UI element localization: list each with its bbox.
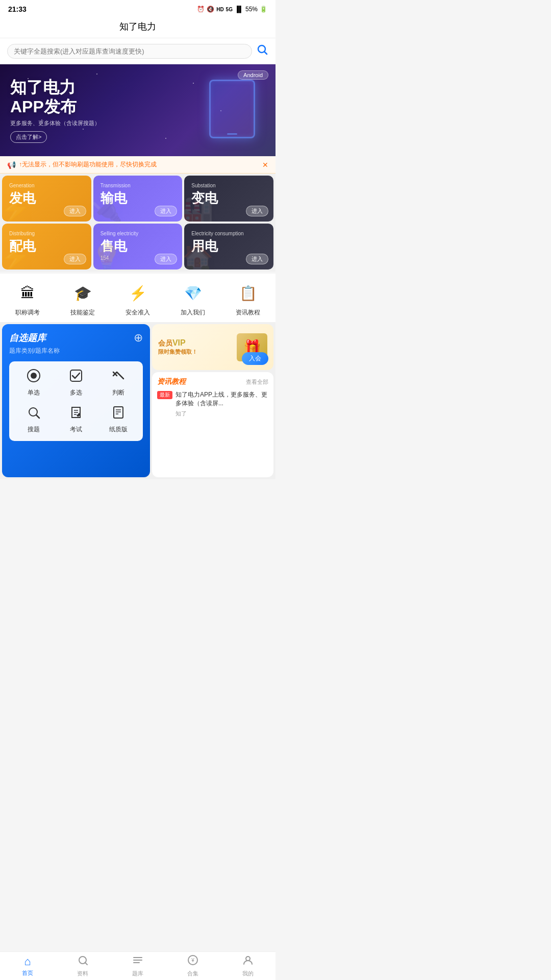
category-substation[interactable]: Substation 变电 🏭 进入: [184, 176, 273, 222]
safety-label: 安全准入: [126, 308, 150, 317]
notice-text: ↑无法显示，但不影响刷题功能使用，尽快切换完成: [19, 160, 259, 169]
icon-menu-news-tutorial[interactable]: 📋 资讯教程: [220, 281, 276, 317]
alarm-icon: ⏰: [197, 6, 205, 13]
single-choice-icon: [27, 369, 41, 386]
banner[interactable]: 知了电力 APP发布 更多服务、更多体验（含读屏搜题） 点击了解> Androi…: [0, 64, 276, 156]
signal-icon: ▐▌: [235, 6, 243, 13]
battery-icon: 🔋: [260, 6, 267, 13]
tablet-shape: [209, 80, 255, 138]
search-button[interactable]: [256, 43, 268, 59]
bank-item-single-choice[interactable]: 单选: [14, 369, 53, 397]
cat-enter-consumption[interactable]: 进入: [246, 254, 268, 264]
cat-enter-substation[interactable]: 进入: [246, 206, 268, 216]
notice-close-button[interactable]: ✕: [262, 161, 268, 169]
multi-choice-icon: [69, 369, 83, 386]
bank-item-exam[interactable]: 考试: [57, 405, 95, 434]
custom-bank-subtitle: 题库类别/题库名称: [9, 347, 143, 355]
status-bar: 21:33 ⏰ 🔇 HD 5G ▐▌ 55% 🔋: [0, 0, 276, 16]
search-input[interactable]: [14, 47, 245, 55]
icon-menu-row: 🏛 职称调考 🎓 技能鉴定 ⚡ 安全准入 💎 加入我们 📋 资讯教程: [0, 274, 276, 322]
cat-bg-icon-transmission: 🔌: [93, 194, 122, 222]
news-section-title: 资讯教程: [157, 377, 186, 386]
news-source: 知了: [176, 410, 268, 418]
safety-icon: ⚡: [126, 281, 150, 305]
custom-bank-plus-button[interactable]: ⊕: [134, 331, 143, 345]
skill-cert-label: 技能鉴定: [70, 308, 95, 317]
vip-card[interactable]: 会员VIP 限时集赞领取！ 🎁 入会: [152, 324, 273, 370]
judgment-label: 判断: [112, 388, 124, 397]
cat-enter-distributing[interactable]: 进入: [64, 254, 86, 264]
news-content: 知了电力APP上线，更多服务、更多体验（含读屏... 知了: [176, 390, 268, 418]
svg-point-3: [31, 373, 37, 379]
exam-icon: [69, 405, 83, 423]
search-question-icon: [27, 405, 41, 423]
multi-choice-label: 多选: [70, 388, 82, 397]
hd-icon: HD: [216, 7, 223, 12]
category-selling[interactable]: Selling electricity 售电 154 💡 进入: [93, 224, 183, 270]
bank-item-paper[interactable]: 纸质版: [99, 405, 138, 434]
cat-en-substation: Substation: [191, 183, 266, 188]
icon-menu-skill-cert[interactable]: 🎓 技能鉴定: [55, 281, 110, 317]
mute-icon: 🔇: [207, 6, 214, 13]
judgment-icon: [111, 369, 126, 386]
paper-icon: [111, 405, 126, 423]
paper-label: 纸质版: [109, 425, 128, 434]
join-us-label: 加入我们: [181, 308, 205, 317]
news-item[interactable]: 最新 知了电力APP上线，更多服务、更多体验（含读屏... 知了: [157, 390, 268, 418]
icon-menu-title-exam[interactable]: 🏛 职称调考: [0, 281, 55, 317]
join-us-icon: 💎: [181, 281, 205, 305]
news-header: 资讯教程 查看全部: [157, 377, 268, 386]
cat-en-generation: Generation: [9, 183, 84, 188]
cat-enter-generation[interactable]: 进入: [64, 206, 86, 216]
icon-menu-safety[interactable]: ⚡ 安全准入: [110, 281, 165, 317]
cat-enter-transmission[interactable]: 进入: [155, 206, 177, 216]
search-bar: [0, 38, 276, 64]
vip-join-button[interactable]: 入会: [242, 352, 268, 365]
category-distributing[interactable]: Distributing 配电 ⚡ 进入: [2, 224, 91, 270]
cat-enter-selling[interactable]: 进入: [155, 254, 177, 264]
bank-item-multi-choice[interactable]: 多选: [57, 369, 95, 397]
exam-label: 考试: [70, 425, 82, 434]
category-transmission[interactable]: Transmission 输电 🔌 进入: [93, 176, 183, 222]
single-choice-label: 单选: [28, 388, 40, 397]
cat-bg-icon-selling: 💡: [93, 242, 122, 270]
nav-spacer: [0, 479, 276, 510]
search-question-label: 搜题: [28, 425, 40, 434]
status-time: 21:33: [8, 5, 27, 13]
cat-en-selling: Selling electricity: [101, 231, 176, 236]
cat-bg-icon-substation: 🏭: [184, 194, 213, 222]
cat-en-transmission: Transmission: [101, 183, 176, 188]
vip-title: 会员VIP: [158, 338, 233, 348]
category-consumption[interactable]: Electricity consumption 用电 🏠 进入: [184, 224, 273, 270]
battery-text: 55%: [245, 6, 258, 13]
cat-en-consumption: Electricity consumption: [191, 231, 266, 236]
status-icons: ⏰ 🔇 HD 5G ▐▌ 55% 🔋: [197, 6, 267, 13]
news-text: 知了电力APP上线，更多服务、更多体验（含读屏...: [176, 390, 268, 408]
bank-item-search-question[interactable]: 搜题: [14, 405, 53, 434]
news-section: 资讯教程 查看全部 最新 知了电力APP上线，更多服务、更多体验（含读屏... …: [152, 372, 273, 477]
category-generation[interactable]: Generation 发电 ⚡ 进入: [2, 176, 91, 222]
bank-options-grid: 单选 多选 判断 搜题: [14, 369, 138, 434]
news-badge: 最新: [157, 391, 172, 399]
vip-subtitle: 限时集赞领取！: [158, 348, 233, 356]
banner-android-tag: Android: [238, 70, 268, 80]
search-input-wrap[interactable]: [7, 44, 252, 59]
banner-cta-button[interactable]: 点击了解>: [10, 131, 47, 143]
notice-speaker-icon: 📢: [7, 161, 16, 169]
skill-cert-icon: 🎓: [70, 281, 95, 305]
cat-bg-icon-distributing: ⚡: [2, 242, 31, 270]
svg-line-1: [265, 52, 267, 55]
svg-line-7: [36, 415, 39, 418]
title-exam-label: 职称调考: [15, 308, 40, 317]
category-grid: Generation 发电 ⚡ 进入 Transmission 输电 🔌 进入 …: [0, 174, 276, 272]
app-title: 知了电力: [119, 21, 156, 32]
bank-item-judgment[interactable]: 判断: [99, 369, 138, 397]
custom-bank-header: 自选题库 ⊕: [9, 331, 143, 345]
banner-title: 知了电力 APP发布: [10, 78, 209, 117]
icon-menu-join-us[interactable]: 💎 加入我们: [165, 281, 220, 317]
search-icon: [256, 43, 268, 56]
banner-text-area: 知了电力 APP发布 更多服务、更多体验（含读屏搜题） 点击了解>: [10, 78, 209, 143]
news-view-all-button[interactable]: 查看全部: [246, 378, 268, 386]
app-header: 知了电力: [0, 16, 276, 38]
5g-icon: 5G: [226, 7, 233, 12]
